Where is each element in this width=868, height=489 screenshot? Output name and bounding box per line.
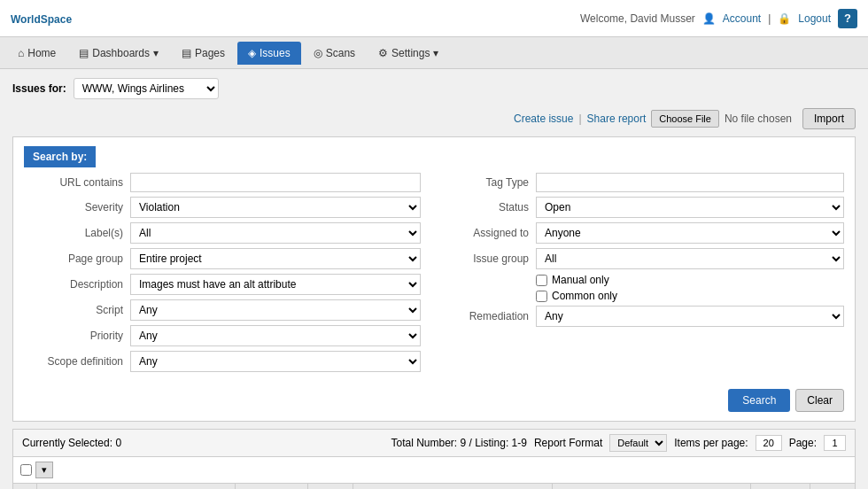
scope-definition-select[interactable]: Any bbox=[130, 351, 421, 372]
labels-label: Label(s) bbox=[24, 227, 130, 239]
main-nav: ⌂ Home ▤ Dashboards ▾ ▤ Pages ◈ Issues ◎… bbox=[0, 37, 868, 69]
choose-file-button[interactable]: Choose File bbox=[651, 110, 719, 128]
nav-pages-label: Pages bbox=[195, 47, 225, 59]
report-format-select[interactable]: Default bbox=[609, 434, 667, 452]
page-content: Issues for: WWW, Wings Airlines Create i… bbox=[0, 69, 868, 489]
issue-group-label: Issue group bbox=[447, 252, 536, 265]
items-per-page-label: Items per page: bbox=[674, 437, 748, 449]
status-label: Status bbox=[447, 201, 536, 213]
issue-group-select[interactable]: All bbox=[536, 248, 844, 269]
help-button[interactable]: ? bbox=[838, 9, 857, 28]
issue-group-row: Issue group All bbox=[447, 248, 844, 269]
nav-dashboards-label: Dashboards bbox=[92, 47, 150, 59]
clear-button[interactable]: Clear bbox=[795, 389, 844, 412]
nav-scans-label: Scans bbox=[326, 47, 355, 59]
url-contains-row: URL contains bbox=[24, 173, 421, 192]
script-select[interactable]: Any bbox=[130, 299, 421, 321]
scans-icon: ◎ bbox=[314, 47, 322, 59]
manual-only-label: Manual only bbox=[552, 274, 609, 286]
labels-row: Label(s) All bbox=[24, 222, 421, 244]
nav-scans[interactable]: ◎ Scans bbox=[303, 42, 366, 65]
checkboxes-container: Manual only Common only bbox=[447, 274, 844, 302]
priority-label: Priority bbox=[24, 330, 130, 342]
col-header-description: Description bbox=[552, 484, 751, 490]
nav-settings[interactable]: ⚙ Settings ▾ bbox=[368, 42, 449, 65]
page-group-select[interactable]: Entire project bbox=[130, 248, 421, 269]
create-issue-link[interactable]: Create issue bbox=[514, 113, 573, 125]
url-contains-label: URL contains bbox=[24, 176, 130, 189]
dashboards-chevron: ▾ bbox=[153, 47, 159, 59]
items-per-page-input[interactable] bbox=[756, 435, 782, 451]
results-bar-right: Total Number: 9 / Listing: 1-9 Report Fo… bbox=[391, 434, 846, 452]
home-icon: ⌂ bbox=[18, 47, 24, 59]
settings-chevron: ▾ bbox=[433, 47, 438, 59]
issues-for-row: Issues for: WWW, Wings Airlines bbox=[12, 78, 856, 99]
scope-definition-label: Scope definition bbox=[24, 355, 130, 368]
page-group-row: Page group Entire project bbox=[24, 248, 421, 269]
priority-row: Priority Any bbox=[24, 325, 421, 346]
col-header-source: Element source code bbox=[36, 484, 236, 490]
remediation-label: Remediation bbox=[447, 310, 536, 322]
share-report-link[interactable]: Share report bbox=[587, 113, 647, 125]
nav-home[interactable]: ⌂ Home bbox=[7, 42, 66, 65]
manual-only-row: Manual only bbox=[536, 274, 844, 286]
description-row: Description Images must have an alt attr… bbox=[24, 274, 421, 295]
common-only-row: Common only bbox=[536, 290, 844, 302]
report-format-label: Report Format bbox=[534, 437, 602, 449]
tag-type-input[interactable] bbox=[536, 173, 844, 192]
search-panel: Search by: URL contains Severity Violati… bbox=[12, 136, 856, 422]
col-header-check bbox=[13, 484, 37, 490]
issues-table: Element source code Assigned To Label St… bbox=[12, 483, 856, 489]
nav-home-label: Home bbox=[27, 47, 56, 59]
bulk-action-dropdown[interactable]: ▾ bbox=[35, 462, 53, 478]
script-row: Script Any bbox=[24, 299, 421, 321]
search-left-col: URL contains Severity Violation Label(s) bbox=[24, 173, 421, 376]
labels-select[interactable]: All bbox=[130, 222, 421, 244]
col-header-severity: Severity bbox=[751, 484, 810, 490]
col-header-assigned: Assigned To bbox=[236, 484, 308, 490]
page-input[interactable] bbox=[824, 435, 846, 451]
col-header-status: Status bbox=[353, 484, 553, 490]
nav-dashboards[interactable]: ▤ Dashboards ▾ bbox=[68, 42, 169, 65]
common-only-checkbox[interactable] bbox=[536, 291, 547, 302]
manual-only-checkbox[interactable] bbox=[536, 275, 547, 286]
total-number: Total Number: 9 / Listing: 1-9 bbox=[391, 437, 526, 449]
tag-type-row: Tag Type bbox=[447, 173, 844, 192]
nav-issues[interactable]: ◈ Issues bbox=[237, 42, 301, 65]
search-by-label: Search by: bbox=[24, 146, 96, 167]
search-button[interactable]: Search bbox=[728, 389, 790, 412]
remediation-row: Remediation Any bbox=[447, 306, 844, 327]
priority-select[interactable]: Any bbox=[130, 325, 421, 346]
description-select[interactable]: Images must have an alt attribute bbox=[130, 274, 421, 295]
results-bar: Currently Selected: 0 Total Number: 9 / … bbox=[12, 429, 856, 456]
assigned-to-select[interactable]: Anyone bbox=[536, 222, 844, 244]
issues-icon: ◈ bbox=[248, 47, 256, 59]
welcome-text: Welcome, David Musser bbox=[580, 12, 695, 25]
url-contains-input[interactable] bbox=[130, 173, 421, 192]
issues-for-label: Issues for: bbox=[12, 82, 66, 95]
dashboards-icon: ▤ bbox=[79, 47, 89, 59]
separator1: 👤 bbox=[702, 12, 716, 25]
nav-pages[interactable]: ▤ Pages bbox=[171, 42, 236, 65]
logo-space: Space bbox=[41, 13, 72, 26]
page-group-label: Page group bbox=[24, 252, 130, 265]
header-right: Welcome, David Musser 👤 Account | 🔒 Logo… bbox=[580, 9, 857, 28]
settings-icon: ⚙ bbox=[378, 47, 388, 59]
status-select[interactable]: Open bbox=[536, 197, 844, 218]
select-all-checkbox[interactable] bbox=[20, 464, 32, 476]
severity-select[interactable]: Violation bbox=[130, 197, 421, 218]
page-label: Page: bbox=[789, 437, 817, 449]
col-header-tagtype: Tag Type bbox=[810, 484, 855, 490]
app-header: WorldSpace Welcome, David Musser 👤 Accou… bbox=[0, 0, 868, 37]
import-button[interactable]: Import bbox=[802, 108, 856, 129]
currently-selected: Currently Selected: 0 bbox=[22, 437, 121, 449]
script-label: Script bbox=[24, 304, 130, 316]
assigned-to-row: Assigned to Anyone bbox=[447, 222, 844, 244]
remediation-select[interactable]: Any bbox=[536, 306, 844, 327]
issues-for-select[interactable]: WWW, Wings Airlines bbox=[74, 78, 219, 99]
app-logo: WorldSpace bbox=[11, 9, 72, 27]
logout-link[interactable]: Logout bbox=[798, 12, 831, 25]
search-right-col: Tag Type Status Open Assigned to bbox=[447, 173, 844, 376]
account-link[interactable]: Account bbox=[723, 12, 761, 25]
import-row: Create issue | Share report Choose File … bbox=[12, 108, 856, 129]
